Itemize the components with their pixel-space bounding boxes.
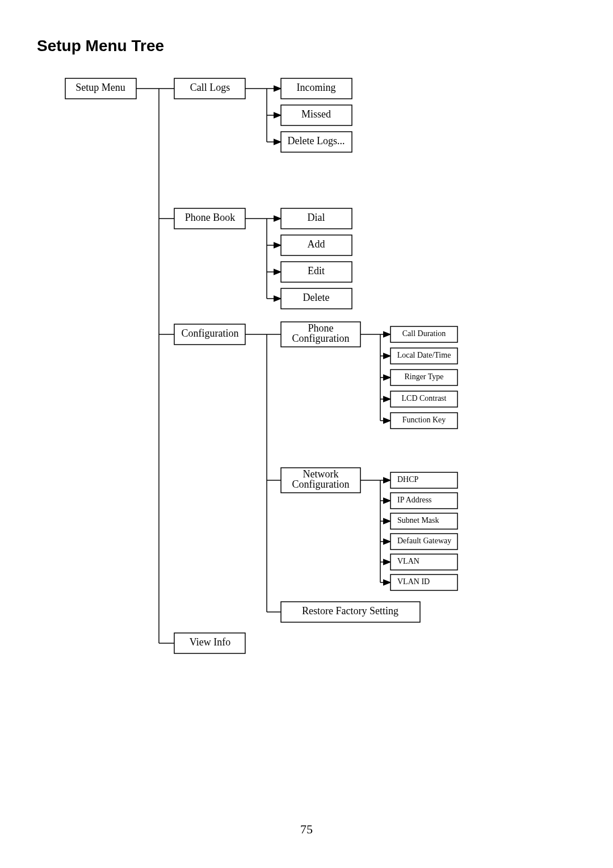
- node-restore-factory: Restore Factory Setting: [302, 605, 398, 617]
- node-delete: Delete: [303, 292, 330, 303]
- node-phone-config-l2: Configuration: [292, 333, 350, 344]
- node-phone-config-l1: Phone: [308, 322, 334, 334]
- node-ip-address: IP Address: [397, 496, 432, 504]
- node-setup-menu: Setup Menu: [75, 82, 125, 93]
- node-network-config-l2: Configuration: [292, 479, 350, 490]
- node-vlan-id: VLAN ID: [397, 577, 430, 586]
- node-subnet-mask: Subnet Mask: [397, 516, 439, 525]
- node-default-gateway: Default Gateway: [397, 536, 451, 545]
- menu-tree-diagram: Setup Menu Call Logs Incoming Missed Del…: [0, 0, 613, 868]
- node-lcd-contrast: LCD Contrast: [402, 394, 447, 402]
- node-function-key: Function Key: [402, 416, 446, 424]
- node-dhcp: DHCP: [397, 475, 419, 484]
- node-delete-logs: Delete Logs...: [288, 135, 345, 146]
- node-dial: Dial: [308, 212, 325, 223]
- node-missed: Missed: [301, 108, 331, 120]
- node-configuration: Configuration: [182, 328, 239, 339]
- node-phone-book: Phone Book: [185, 212, 236, 223]
- node-local-date-time: Local Date/Time: [397, 351, 451, 359]
- node-ringer-type: Ringer Type: [404, 372, 443, 381]
- node-add: Add: [308, 238, 325, 250]
- node-view-info: View Info: [190, 636, 230, 648]
- node-incoming: Incoming: [297, 82, 336, 93]
- node-call-logs: Call Logs: [190, 82, 230, 93]
- node-vlan: VLAN: [397, 557, 419, 565]
- node-network-config-l1: Network: [303, 468, 339, 480]
- node-edit: Edit: [308, 265, 325, 276]
- page-number: 75: [0, 822, 613, 837]
- node-call-duration: Call Duration: [402, 329, 446, 338]
